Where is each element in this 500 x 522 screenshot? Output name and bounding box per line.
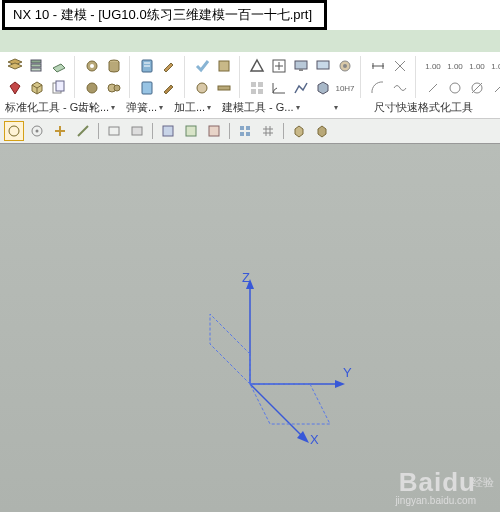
- doc-icon[interactable]: [137, 56, 157, 76]
- quick-bar: [0, 119, 500, 144]
- svg-rect-54: [240, 132, 244, 136]
- svg-rect-1: [31, 64, 41, 67]
- svg-rect-55: [246, 132, 250, 136]
- label-dimformat[interactable]: 尺寸快速格式化工具: [371, 99, 498, 116]
- gear2-icon[interactable]: [82, 78, 102, 98]
- svg-point-25: [343, 64, 347, 68]
- svg-rect-48: [132, 127, 142, 135]
- separator: [283, 123, 284, 139]
- group-misc: [365, 56, 416, 98]
- check-icon[interactable]: [192, 56, 212, 76]
- svg-rect-2: [31, 68, 41, 71]
- slash-icon[interactable]: [423, 78, 443, 98]
- knob-icon[interactable]: [335, 56, 355, 76]
- dim3[interactable]: 1.00: [467, 56, 487, 76]
- gear-icon[interactable]: [82, 56, 102, 76]
- svg-point-36: [450, 83, 460, 93]
- target-tool[interactable]: [27, 121, 47, 141]
- x-label: X: [310, 432, 319, 447]
- diameter-icon[interactable]: [467, 78, 487, 98]
- plane-icon[interactable]: [49, 56, 69, 76]
- view1-tool[interactable]: [158, 121, 178, 141]
- csys-triad[interactable]: Z Y X: [170, 264, 370, 466]
- svg-point-8: [87, 83, 97, 93]
- cube3-icon[interactable]: [313, 78, 333, 98]
- svg-line-64: [250, 384, 305, 439]
- svg-rect-26: [251, 82, 256, 87]
- tool3-icon[interactable]: [192, 78, 212, 98]
- separator: [152, 123, 153, 139]
- monitor2-icon[interactable]: [313, 56, 333, 76]
- y-label: Y: [343, 365, 352, 380]
- svg-rect-28: [251, 89, 256, 94]
- svg-rect-22: [299, 69, 303, 71]
- group-spring: [134, 56, 185, 98]
- rect-tool[interactable]: [104, 121, 124, 141]
- profile-icon[interactable]: [291, 78, 311, 98]
- watermark-sub: 经验: [472, 475, 494, 490]
- svg-point-10: [114, 85, 120, 91]
- viewport[interactable]: Z Y X Baidu 经验 jingyan.baidu.com: [0, 144, 500, 512]
- cylinder-icon[interactable]: [104, 56, 124, 76]
- label-gear[interactable]: 齿轮...▾: [75, 99, 119, 116]
- grid-tool[interactable]: [235, 121, 255, 141]
- plus-tool[interactable]: [50, 121, 70, 141]
- tool4-icon[interactable]: [214, 78, 234, 98]
- svg-marker-63: [335, 380, 345, 388]
- label-std[interactable]: 标准化工具 - G...▾: [2, 99, 71, 116]
- brush2-icon[interactable]: [159, 78, 179, 98]
- label-machine[interactable]: 加工...▾: [171, 99, 215, 116]
- group-dim-format: 1.00 1.00 1.00 1.00 1.00: [420, 56, 500, 98]
- watermark-url: jingyan.baidu.com: [395, 495, 476, 506]
- cube-tool[interactable]: [289, 121, 309, 141]
- svg-line-39: [495, 84, 500, 92]
- circle-tool[interactable]: [4, 121, 24, 141]
- svg-rect-0: [31, 60, 41, 63]
- monitor-icon[interactable]: [291, 56, 311, 76]
- dim-icon[interactable]: [368, 56, 388, 76]
- svg-rect-14: [142, 82, 152, 94]
- label-misc[interactable]: ▾: [329, 99, 367, 116]
- sheets-icon[interactable]: [49, 78, 69, 98]
- svg-rect-47: [109, 127, 119, 135]
- view2-tool[interactable]: [181, 121, 201, 141]
- label-model[interactable]: 建模工具 - G...▾: [219, 99, 325, 116]
- doc2-icon[interactable]: [137, 78, 157, 98]
- dim1[interactable]: 1.00: [423, 56, 443, 76]
- svg-point-6: [90, 64, 94, 68]
- label-spring[interactable]: 弹簧...▾: [123, 99, 167, 116]
- speed-icon[interactable]: 10H7: [335, 78, 355, 98]
- ribbon: 10H7 1.00 1.00 1.00 1.00 1.00: [0, 52, 500, 98]
- box-icon[interactable]: [27, 78, 47, 98]
- cross-icon[interactable]: [390, 56, 410, 76]
- svg-rect-4: [56, 81, 64, 91]
- triangle-icon[interactable]: [247, 56, 267, 76]
- ruby-icon[interactable]: [5, 78, 25, 98]
- svg-line-46: [78, 126, 88, 136]
- svg-rect-23: [317, 61, 329, 69]
- arc-icon[interactable]: [368, 78, 388, 98]
- line-tool[interactable]: [73, 121, 93, 141]
- svg-rect-29: [258, 89, 263, 94]
- svg-rect-52: [240, 126, 244, 130]
- menu-band: [0, 30, 500, 52]
- stack-icon[interactable]: [27, 56, 47, 76]
- brush-icon[interactable]: [159, 56, 179, 76]
- wave-icon[interactable]: [390, 78, 410, 98]
- rect2-tool[interactable]: [127, 121, 147, 141]
- slash2-icon[interactable]: [489, 78, 500, 98]
- view3-tool[interactable]: [204, 121, 224, 141]
- grid2-tool[interactable]: [258, 121, 278, 141]
- grid-icon[interactable]: [247, 78, 267, 98]
- angle-icon[interactable]: [269, 78, 289, 98]
- gear3-icon[interactable]: [104, 78, 124, 98]
- svg-rect-50: [186, 126, 196, 136]
- svg-rect-49: [163, 126, 173, 136]
- dim2[interactable]: 1.00: [445, 56, 465, 76]
- empty-circle-icon[interactable]: [445, 78, 465, 98]
- cube2-tool[interactable]: [312, 121, 332, 141]
- tool2-icon[interactable]: [214, 56, 234, 76]
- plus-box-icon[interactable]: [269, 56, 289, 76]
- layer-icon[interactable]: [5, 56, 25, 76]
- dim4[interactable]: 1.00: [489, 56, 500, 76]
